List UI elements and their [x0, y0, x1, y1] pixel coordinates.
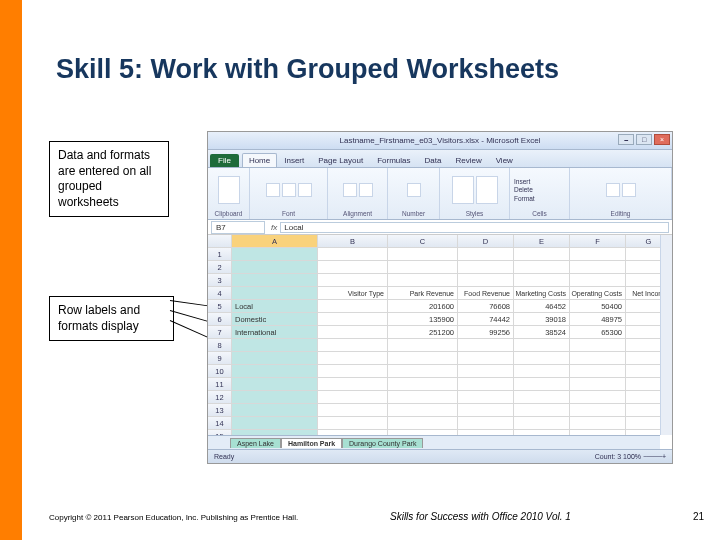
cell[interactable]: [232, 274, 318, 287]
sort-filter-button[interactable]: [622, 183, 636, 197]
cell[interactable]: [318, 365, 388, 378]
cell[interactable]: [570, 274, 626, 287]
cell[interactable]: 251200: [388, 326, 458, 339]
cell[interactable]: [514, 365, 570, 378]
cell[interactable]: [388, 352, 458, 365]
row-header[interactable]: 6: [208, 313, 232, 326]
cell[interactable]: 39018: [514, 313, 570, 326]
col-header-c[interactable]: C: [388, 235, 458, 248]
cell[interactable]: 65300: [570, 326, 626, 339]
cell[interactable]: [232, 248, 318, 261]
bold-button[interactable]: [266, 183, 280, 197]
fx-icon[interactable]: fx: [271, 223, 277, 232]
tab-page-layout[interactable]: Page Layout: [311, 153, 370, 167]
row-header[interactable]: 3: [208, 274, 232, 287]
cell[interactable]: [458, 248, 514, 261]
cell[interactable]: [232, 352, 318, 365]
cell[interactable]: [388, 378, 458, 391]
tab-home[interactable]: Home: [242, 153, 277, 167]
cell[interactable]: [388, 248, 458, 261]
name-box[interactable]: B7: [211, 221, 265, 234]
paste-button[interactable]: [218, 176, 240, 204]
cell[interactable]: [570, 339, 626, 352]
cell[interactable]: [318, 339, 388, 352]
tab-view[interactable]: View: [489, 153, 520, 167]
cell[interactable]: 74442: [458, 313, 514, 326]
cell[interactable]: [318, 417, 388, 430]
cell[interactable]: [626, 274, 660, 287]
cell[interactable]: [458, 339, 514, 352]
maximize-button[interactable]: □: [636, 134, 652, 145]
cell[interactable]: Food Revenue: [458, 287, 514, 300]
cell[interactable]: [514, 339, 570, 352]
cell[interactable]: [570, 378, 626, 391]
cell[interactable]: 46452: [514, 300, 570, 313]
cell[interactable]: [570, 391, 626, 404]
cell[interactable]: [458, 404, 514, 417]
row-header[interactable]: 13: [208, 404, 232, 417]
cell[interactable]: [232, 417, 318, 430]
cell[interactable]: [626, 261, 660, 274]
cell[interactable]: [388, 274, 458, 287]
cell[interactable]: [318, 404, 388, 417]
cell[interactable]: [514, 378, 570, 391]
cell[interactable]: [458, 352, 514, 365]
cell[interactable]: [570, 352, 626, 365]
cell[interactable]: [388, 404, 458, 417]
cell[interactable]: [388, 417, 458, 430]
cell[interactable]: [514, 404, 570, 417]
col-header-a[interactable]: A: [232, 235, 318, 248]
cell[interactable]: [232, 404, 318, 417]
cell[interactable]: [318, 313, 388, 326]
cell[interactable]: [318, 352, 388, 365]
row-header[interactable]: 14: [208, 417, 232, 430]
cell[interactable]: [232, 365, 318, 378]
autosum-button[interactable]: [606, 183, 620, 197]
cell[interactable]: [626, 300, 660, 313]
col-header-d[interactable]: D: [458, 235, 514, 248]
row-header[interactable]: 7: [208, 326, 232, 339]
cell[interactable]: [626, 391, 660, 404]
cell[interactable]: Local: [232, 300, 318, 313]
cell[interactable]: 76608: [458, 300, 514, 313]
cell[interactable]: [626, 326, 660, 339]
cell[interactable]: [626, 404, 660, 417]
tab-review[interactable]: Review: [448, 153, 488, 167]
row-header[interactable]: 10: [208, 365, 232, 378]
italic-button[interactable]: [282, 183, 296, 197]
cell[interactable]: 50400: [570, 300, 626, 313]
insert-cells-button[interactable]: Insert: [514, 178, 530, 185]
align-center-button[interactable]: [359, 183, 373, 197]
cell[interactable]: Park Revenue: [388, 287, 458, 300]
cell[interactable]: [318, 261, 388, 274]
cell[interactable]: [388, 339, 458, 352]
cell[interactable]: Domestic: [232, 313, 318, 326]
cell[interactable]: [514, 417, 570, 430]
cell[interactable]: [514, 261, 570, 274]
cell[interactable]: [458, 417, 514, 430]
cell[interactable]: Net Income: [626, 287, 660, 300]
tab-formulas[interactable]: Formulas: [370, 153, 417, 167]
cell[interactable]: [388, 391, 458, 404]
row-header[interactable]: 8: [208, 339, 232, 352]
number-format-button[interactable]: [407, 183, 421, 197]
cell[interactable]: [626, 365, 660, 378]
col-header-e[interactable]: E: [514, 235, 570, 248]
cell[interactable]: Operating Costs: [570, 287, 626, 300]
cell[interactable]: [570, 261, 626, 274]
minimize-button[interactable]: ‒: [618, 134, 634, 145]
cell[interactable]: [514, 352, 570, 365]
vertical-scrollbar[interactable]: [660, 235, 672, 435]
cell[interactable]: [318, 326, 388, 339]
sheet-tab-aspen-lake[interactable]: Aspen Lake: [230, 438, 281, 448]
cell[interactable]: [318, 300, 388, 313]
underline-button[interactable]: [298, 183, 312, 197]
cell[interactable]: [626, 339, 660, 352]
worksheet-grid[interactable]: A B C D E F G 1 2 3 4Visitor TypePark Re…: [208, 235, 660, 435]
col-header-b[interactable]: B: [318, 235, 388, 248]
cell[interactable]: [232, 339, 318, 352]
format-cells-button[interactable]: Format: [514, 195, 535, 202]
col-header-f[interactable]: F: [570, 235, 626, 248]
cell[interactable]: [318, 274, 388, 287]
sheet-tab-hamilton-park[interactable]: Hamilton Park: [281, 438, 342, 448]
